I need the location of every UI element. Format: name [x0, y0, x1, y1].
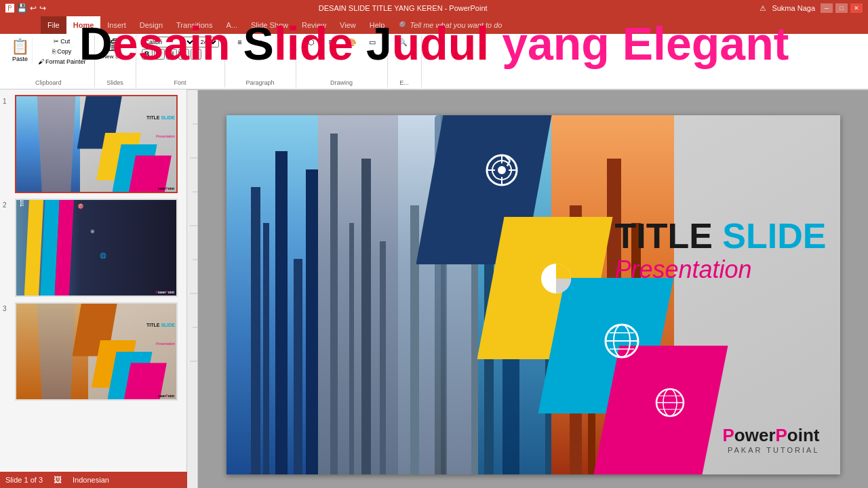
- underline-button[interactable]: U: [166, 49, 177, 60]
- slide3-mini-sub: Presentation: [156, 342, 175, 346]
- cut-icon: ✂: [54, 38, 59, 45]
- app-icon: 🅿: [5, 3, 14, 14]
- vertical-ruler: [187, 90, 198, 488]
- slide-image-1[interactable]: TITLE SLIDE Presentation PowerPoint: [15, 95, 178, 193]
- format-painter-label: Format Painter: [45, 58, 86, 65]
- slide-subtitle: Presentation: [614, 256, 826, 284]
- bold-button[interactable]: B: [142, 49, 153, 60]
- bullets-button[interactable]: ☰: [271, 37, 290, 48]
- new-slide-button[interactable]: 🗐 New Slide: [100, 37, 130, 61]
- find-button[interactable]: 🔍: [393, 37, 412, 48]
- main-slide-canvas[interactable]: TITLE SLIDE Presentation PowerPoint PAKA…: [226, 115, 840, 474]
- slide1-mini-title: TITLE SLIDE: [146, 115, 175, 120]
- save-icon[interactable]: 💾: [17, 3, 27, 13]
- new-slide-icon: 🗐: [108, 38, 122, 54]
- qat-area: 🅿 💾 ↩ ↪: [5, 3, 46, 14]
- clipboard-label: Clipboard: [8, 78, 89, 86]
- slide-title-block: TITLE SLIDE Presentation: [614, 217, 826, 284]
- redo-icon[interactable]: ↪: [39, 3, 46, 13]
- editing-buttons: 🔍: [393, 37, 416, 78]
- font-row2: B I U S̶ S: [142, 49, 201, 60]
- outline-button[interactable]: ▭: [363, 37, 382, 48]
- globe2-icon: [654, 386, 686, 426]
- minimize-button[interactable]: ─: [821, 3, 833, 13]
- svg-rect-16: [187, 90, 198, 488]
- format-painter-button[interactable]: 🖌 Format Painter: [35, 57, 89, 66]
- undo-icon[interactable]: ↩: [30, 3, 37, 13]
- arrange-button[interactable]: ⧉: [322, 37, 341, 48]
- font-family-select[interactable]: Calibri: [142, 37, 196, 47]
- copy-icon: ⎘: [52, 48, 56, 55]
- shadow-button[interactable]: S: [191, 49, 201, 60]
- svg-point-27: [498, 166, 506, 174]
- title-part1: TITLE: [614, 216, 722, 256]
- cut-button[interactable]: ✂ Cut: [35, 37, 89, 46]
- tab-file[interactable]: File: [41, 16, 66, 34]
- fill-button[interactable]: 🎨: [342, 37, 361, 48]
- align-left-button[interactable]: ≡: [231, 37, 250, 47]
- paste-label: Paste: [12, 56, 28, 62]
- ppt-logo-main: PowerPoint: [722, 425, 819, 446]
- slide-thumb-1[interactable]: 1 TITLE SLIDE Presentation PowerPoint: [3, 95, 184, 193]
- slide-num-2: 2: [3, 201, 12, 209]
- tab-help[interactable]: Help: [363, 16, 392, 34]
- ribbon-group-editing: 🔍 E...: [388, 35, 422, 87]
- ruler-and-slide: TITLE SLIDE Presentation PowerPoint PAKA…: [187, 90, 868, 488]
- tab-slideshow[interactable]: Slide Show: [244, 16, 295, 34]
- tab-review[interactable]: Review: [295, 16, 333, 34]
- close-button[interactable]: ✕: [850, 3, 863, 13]
- slide-image-2[interactable]: TITLE SLIDE PowerPoint 🎯 ⊕ 🌐: [15, 199, 178, 297]
- slide-main-title: TITLE SLIDE: [614, 217, 826, 256]
- shapes-button[interactable]: ⬡: [302, 37, 321, 48]
- slide-num-1: 1: [3, 98, 12, 105]
- cut-label: Cut: [60, 38, 70, 45]
- slide1-mini-ppt: PowerPoint: [155, 186, 174, 190]
- new-slide-label: New Slide: [103, 54, 127, 60]
- tab-view[interactable]: View: [333, 16, 363, 34]
- ppt-p2: P: [776, 425, 787, 445]
- font-size-select[interactable]: 24: [197, 37, 219, 47]
- vruler-svg: [187, 90, 198, 488]
- tab-home[interactable]: Home: [66, 16, 101, 34]
- slide-thumb-2[interactable]: 2 TITLE SLIDE PowerPoint 🎯 ⊕ 🌐: [3, 199, 184, 297]
- drawing-label: Drawing: [302, 78, 382, 86]
- ppt-logo: PowerPoint PAKAR TUTORIAL: [722, 425, 819, 454]
- slide-thumb-3[interactable]: 3 TITLE SLIDE Presentation PowerPoint: [3, 302, 184, 401]
- title-part2: SLIDE: [722, 216, 826, 256]
- slide2-mini-title: TITLE SLIDE: [20, 200, 24, 207]
- align-center-button[interactable]: ≡: [251, 37, 270, 47]
- copy-button[interactable]: ⎘ Copy: [35, 47, 89, 56]
- format-painter-icon: 🖌: [38, 58, 44, 65]
- paste-button[interactable]: 📋 Paste: [8, 37, 33, 64]
- slide3-mini-ppt: PowerPoint: [155, 394, 174, 398]
- strikethrough-button[interactable]: S̶: [178, 49, 189, 60]
- slide-panel: 1 TITLE SLIDE Presentation PowerPoint 2: [0, 89, 187, 472]
- tab-design[interactable]: Design: [133, 16, 170, 34]
- slide2-mini-ppt: PowerPoint: [155, 290, 174, 294]
- slide-mini-3: TITLE SLIDE Presentation PowerPoint: [16, 304, 176, 399]
- tab-transitions[interactable]: Transitions: [170, 16, 219, 34]
- slide-workspace: 0 2 4 6 8: [187, 89, 868, 472]
- slide-mini-2: TITLE SLIDE PowerPoint 🎯 ⊕ 🌐: [16, 200, 176, 296]
- maximize-button[interactable]: □: [835, 3, 848, 13]
- ribbon-group-paragraph: ≡ ≡ ☰ Paragraph: [225, 35, 296, 87]
- drawing-buttons: ⬡ ⧉ 🎨 ▭: [302, 37, 382, 78]
- app-body: 1 TITLE SLIDE Presentation PowerPoint 2: [0, 89, 868, 472]
- warning-icon: ⚠: [760, 4, 766, 13]
- slide-image-3[interactable]: TITLE SLIDE Presentation PowerPoint: [15, 302, 178, 401]
- editing-label: E...: [393, 78, 416, 86]
- ppt-logo-sub: PAKAR TUTORIAL: [722, 446, 819, 454]
- ribbon-group-slides: 🗐 New Slide Slides: [95, 35, 136, 87]
- ribbon: File Home Insert Design Transitions A...…: [0, 16, 868, 89]
- paste-icon: 📋: [11, 38, 29, 56]
- tab-search[interactable]: 🔍 Tell me what you want to do: [391, 16, 509, 34]
- italic-button[interactable]: I: [154, 49, 165, 60]
- slides-label: Slides: [100, 78, 130, 86]
- title-bar: 🅿 💾 ↩ ↪ DESAIN SLIDE TITLE YANG KEREN - …: [0, 0, 868, 16]
- username: Sukma Naga: [772, 4, 815, 12]
- target-icon: [484, 152, 519, 195]
- slide3-mini-title: TITLE SLIDE: [146, 323, 175, 327]
- ribbon-group-drawing: ⬡ ⧉ 🎨 ▭ Drawing: [296, 35, 388, 87]
- tab-animations[interactable]: A...: [219, 16, 244, 34]
- tab-insert[interactable]: Insert: [100, 16, 133, 34]
